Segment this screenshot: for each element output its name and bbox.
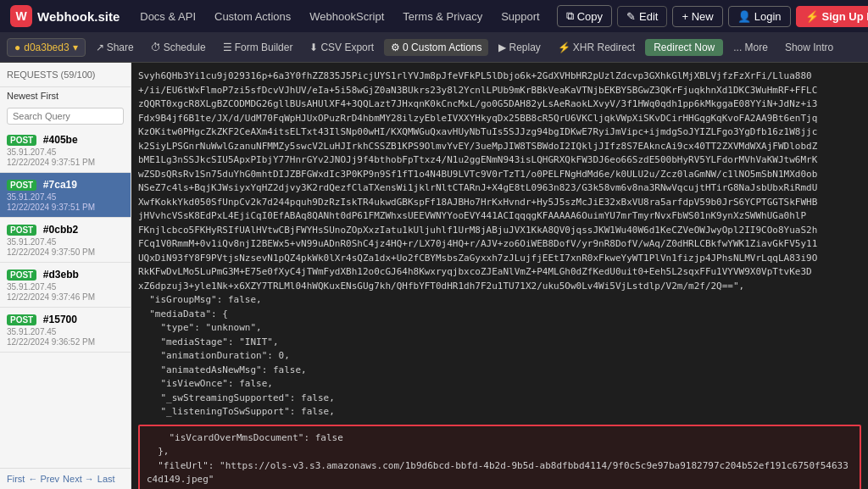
request-list: POST #405be 35.91.207.45 12/22/2024 9:37… [0, 128, 131, 468]
highlighted-text: "isVcardOverMmsDocument": false }, "file… [147, 431, 853, 490]
redirect-now-button[interactable]: Redirect Now [645, 39, 723, 56]
sidebar: REQUESTS (59/100) Newest First POST #405… [0, 63, 131, 489]
show-intro-button[interactable]: Show Intro [778, 39, 840, 56]
custom-actions-label: 0 Custom Actions [403, 42, 481, 53]
user-icon: 👤 [737, 10, 751, 23]
signup-button[interactable]: ⚡ Sign Up Now [796, 6, 869, 27]
content-panel[interactable]: Svyh6QHb3Yi1cu9j029316p+6a3Y0fhZZ835J5Pi… [131, 63, 868, 489]
login-button[interactable]: 👤 Login [728, 6, 791, 27]
request-time: 12/22/2024 9:36:52 PM [7, 337, 124, 347]
download-icon: ⬇ [309, 42, 318, 53]
new-label: + New [682, 10, 713, 23]
xhr-icon: ⚡ [558, 42, 570, 53]
form-builder-label: Form Builder [235, 42, 293, 53]
request-id: #d3ebb [43, 269, 79, 281]
method-badge: POST [7, 314, 36, 325]
form-builder-button[interactable]: ☰ Form Builder [216, 39, 300, 56]
xhr-redirect-label: XHR Redirect [573, 42, 635, 53]
request-item[interactable]: POST #d3ebb 35.91.207.45 12/22/2024 9:37… [0, 263, 131, 308]
nav-docs[interactable]: Docs & API [133, 7, 203, 26]
prev-page-link[interactable]: ← Prev [28, 474, 59, 484]
request-id: #15700 [43, 314, 77, 325]
share-button[interactable]: ↗ Share [89, 39, 141, 56]
method-badge: POST [7, 225, 36, 236]
login-label: Login [754, 10, 782, 23]
method-badge: POST [7, 135, 36, 146]
request-id: #7ca19 [43, 179, 77, 191]
requests-count: REQUESTS (59/100) [0, 63, 131, 87]
request-id: #0cbb2 [43, 224, 78, 236]
first-page-link[interactable]: First [7, 474, 25, 484]
webhook-icon: ⚡ [805, 10, 819, 23]
copy-label: Copy [577, 10, 603, 23]
more-button[interactable]: ... More [726, 39, 775, 56]
share-icon: ↗ [96, 42, 104, 53]
pagination: First ← Prev Next → Last [0, 468, 131, 489]
redirect-label: Redirect Now [654, 42, 715, 53]
toolbar: ● d0a3bed3 ▾ ↗ Share ⏱ Schedule ☰ Form B… [0, 32, 868, 63]
brand-logo: W Webhook.site [10, 5, 120, 27]
request-ip: 35.91.207.45 [7, 237, 124, 247]
search-input[interactable] [7, 108, 124, 125]
top-navigation: W Webhook.site Docs & API Custom Actions… [0, 0, 868, 32]
main-layout: REQUESTS (59/100) Newest First POST #405… [0, 63, 868, 489]
next-page-link[interactable]: Next → [63, 474, 94, 484]
status-dot: ● [14, 42, 20, 53]
new-button[interactable]: + New [672, 6, 722, 27]
copy-button[interactable]: ⧉ Copy [557, 5, 612, 27]
method-badge: POST [7, 270, 36, 281]
body-text: Svyh6QHb3Yi1cu9j029316p+6a3Y0fhZZ835J5Pi… [138, 69, 861, 420]
method-badge: POST [7, 180, 36, 191]
request-ip: 35.91.207.45 [7, 327, 124, 336]
schedule-button[interactable]: ⏱ Schedule [144, 39, 213, 56]
xhr-redirect-button[interactable]: ⚡ XHR Redirect [551, 39, 642, 56]
highlighted-content: "isVcardOverMmsDocument": false }, "file… [138, 425, 861, 490]
play-icon: ▶ [498, 42, 506, 53]
chevron-down-icon: ▾ [73, 42, 78, 53]
gear-icon: ⚙ [391, 42, 400, 53]
request-time: 12/22/2024 9:37:50 PM [7, 247, 124, 257]
form-icon: ☰ [223, 42, 232, 53]
request-item[interactable]: POST #0cbb2 35.91.207.45 12/22/2024 9:37… [0, 218, 131, 263]
more-label: ... More [733, 42, 768, 53]
request-id: #405be [43, 134, 78, 146]
csv-export-button[interactable]: ⬇ CSV Export [303, 39, 381, 56]
request-item[interactable]: POST #15700 35.91.207.45 12/22/2024 9:36… [0, 308, 131, 353]
last-page-link[interactable]: Last [97, 474, 115, 484]
edit-label: Edit [639, 10, 658, 23]
request-time: 12/22/2024 9:37:46 PM [7, 292, 124, 302]
schedule-label: Schedule [164, 42, 206, 53]
csv-export-label: CSV Export [320, 42, 374, 53]
edit-button[interactable]: ✎ Edit [617, 6, 667, 27]
share-label: Share [107, 42, 134, 53]
request-ip: 35.91.207.45 [7, 147, 124, 157]
nav-terms[interactable]: Terms & Privacy [396, 7, 489, 26]
clock-icon: ⏱ [151, 42, 161, 53]
nav-support[interactable]: Support [494, 7, 547, 26]
brand-icon: W [10, 5, 32, 27]
request-time: 12/22/2024 9:37:51 PM [7, 158, 124, 167]
request-ip: 35.91.207.45 [7, 192, 124, 202]
nav-custom-actions[interactable]: Custom Actions [208, 7, 298, 26]
custom-actions-button[interactable]: ⚙ 0 Custom Actions [384, 39, 488, 56]
edit-icon: ✎ [626, 10, 636, 23]
request-item[interactable]: POST #7ca19 35.91.207.45 12/22/2024 9:37… [0, 173, 131, 218]
nav-webhookscript[interactable]: WebhookScript [303, 7, 391, 26]
signup-label: Sign Up Now [822, 10, 869, 23]
id-value: d0a3bed3 [24, 42, 69, 53]
copy-icon: ⧉ [566, 9, 574, 23]
show-intro-label: Show Intro [785, 42, 833, 53]
replay-label: Replay [509, 42, 540, 53]
request-time: 12/22/2024 9:37:51 PM [7, 203, 124, 212]
replay-button[interactable]: ▶ Replay [492, 39, 547, 56]
request-ip: 35.91.207.45 [7, 282, 124, 292]
request-item[interactable]: POST #405be 35.91.207.45 12/22/2024 9:37… [0, 128, 131, 173]
sort-label[interactable]: Newest First [0, 87, 131, 104]
brand-name: Webhook.site [37, 9, 120, 24]
webhook-id[interactable]: ● d0a3bed3 ▾ [7, 38, 86, 57]
